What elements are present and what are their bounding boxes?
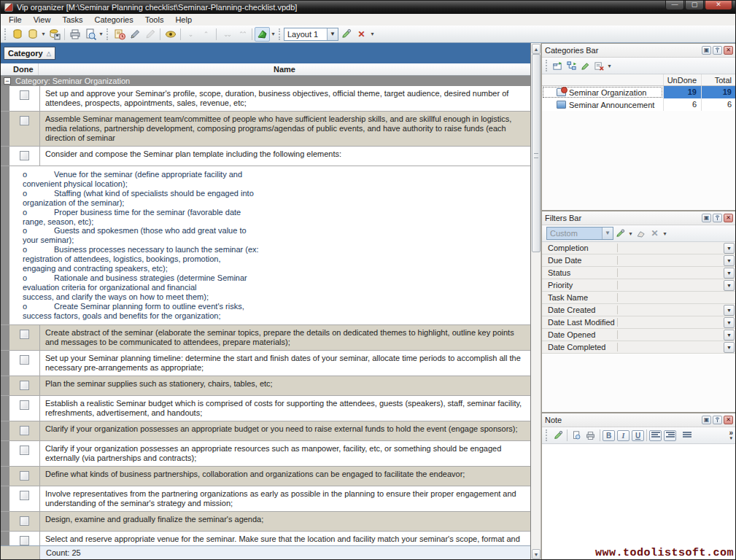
print-dropdown[interactable]: ▾: [98, 31, 104, 37]
italic-icon[interactable]: I: [617, 430, 630, 441]
task-checkbox[interactable]: [20, 116, 29, 125]
task-checkbox[interactable]: [20, 381, 29, 390]
task-name[interactable]: Select and reserve appropriate venue for…: [40, 532, 530, 546]
task-checkbox[interactable]: [20, 536, 29, 545]
task-row[interactable]: Assemble Seminar management team/committ…: [1, 112, 530, 147]
clear-filter-icon[interactable]: [634, 227, 648, 240]
task-row[interactable]: Design, examine and gradually finalize t…: [1, 512, 530, 532]
maximize-panel-icon[interactable]: ▣: [702, 46, 711, 55]
note-print-icon[interactable]: [584, 429, 597, 442]
filter-dropdown-icon[interactable]: ▼: [724, 330, 735, 341]
delete-category-icon[interactable]: [592, 59, 606, 72]
close-panel-icon[interactable]: ✕: [724, 46, 733, 55]
add-subcategory-icon[interactable]: [565, 59, 578, 72]
close-panel-icon[interactable]: ✕: [724, 416, 733, 424]
add-category-icon[interactable]: [551, 59, 565, 72]
note-preview-icon[interactable]: [570, 429, 584, 442]
filter-preset-selector[interactable]: Custom ▼: [546, 227, 613, 240]
print-preview-icon[interactable]: [82, 27, 98, 42]
task-row[interactable]: Plan the seminar supplies such as statio…: [1, 376, 530, 396]
task-checkbox[interactable]: [20, 90, 29, 100]
delete-layout-icon[interactable]: ✕: [354, 27, 369, 42]
scroll-up-icon[interactable]: ▲: [532, 44, 541, 54]
task-name[interactable]: Create abstract of the seminar (elaborat…: [40, 325, 530, 350]
move-down-icon[interactable]: ⌄: [183, 27, 198, 42]
task-row[interactable]: Set up your Seminar planning timeline: d…: [1, 351, 530, 376]
bullet-list-icon[interactable]: [681, 430, 693, 441]
filter-dropdown-icon[interactable]: ▼: [724, 280, 735, 291]
category-row[interactable]: Seminar Announcement 6 6: [542, 98, 736, 111]
move-top-icon[interactable]: ⌃⌃: [234, 27, 249, 42]
task-name[interactable]: Plan the seminar supplies such as statio…: [40, 376, 530, 395]
category-name[interactable]: Seminar Announcement: [569, 101, 654, 109]
pin-panel-icon[interactable]: [713, 46, 722, 55]
cancel-filter-icon[interactable]: ✕: [648, 227, 662, 240]
task-name[interactable]: Design, examine and gradually finalize t…: [40, 512, 530, 531]
filter-dropdown-icon[interactable]: ▼: [724, 317, 735, 328]
maximize-button[interactable]: ▢: [685, 1, 704, 10]
apply-filter-dropdown[interactable]: ▾: [627, 230, 634, 237]
filter-preset-arrow[interactable]: ▼: [602, 228, 613, 239]
task-name[interactable]: Set up your Seminar planning timeline: d…: [40, 351, 530, 376]
task-name[interactable]: Consider and compose the Seminar plan te…: [40, 147, 530, 166]
menu-item-tools[interactable]: Tools: [139, 15, 170, 25]
pin-panel-icon[interactable]: [713, 416, 722, 424]
category-row[interactable]: Seminar Organization 19 19: [542, 86, 736, 98]
edit-category-icon[interactable]: [578, 59, 592, 72]
open-database-dropdown[interactable]: ▾: [40, 31, 47, 37]
delete-task-icon[interactable]: [142, 27, 158, 42]
menu-item-view[interactable]: View: [28, 15, 57, 25]
filter-dropdown-icon[interactable]: ▼: [724, 342, 735, 353]
task-checkbox[interactable]: [20, 426, 29, 435]
filter-dropdown-icon[interactable]: ▼: [724, 243, 735, 254]
column-header-undone[interactable]: UnDone: [663, 74, 701, 85]
category-group-row[interactable]: − Category: Seminar Organization: [1, 76, 530, 86]
group-by-dropdown[interactable]: ▾: [270, 31, 276, 37]
maximize-panel-icon[interactable]: ▣: [702, 214, 711, 222]
bold-icon[interactable]: B: [603, 430, 615, 441]
edit-layout-icon[interactable]: [338, 27, 354, 42]
apply-filter-icon[interactable]: [613, 227, 627, 240]
new-database-icon[interactable]: [9, 27, 25, 42]
menu-item-categories[interactable]: Categories: [89, 15, 139, 25]
task-name[interactable]: Clarify if your organization possesses a…: [40, 421, 530, 440]
task-row[interactable]: Create abstract of the seminar (elaborat…: [1, 325, 530, 351]
task-row[interactable]: Clarify if your organization possesses a…: [1, 421, 530, 441]
task-checkbox[interactable]: [20, 355, 29, 365]
menu-item-file[interactable]: File: [3, 15, 28, 25]
collapse-group-icon[interactable]: −: [4, 77, 11, 85]
maximize-panel-icon[interactable]: ▣: [702, 416, 711, 424]
task-checkbox[interactable]: [20, 151, 29, 160]
group-by-category-icon[interactable]: [255, 27, 270, 42]
edit-task-icon[interactable]: [127, 27, 142, 42]
task-row[interactable]: Select and reserve appropriate venue for…: [1, 532, 530, 546]
toolbar-overflow-dropdown[interactable]: ▾: [369, 31, 376, 37]
scrollbar-thumb[interactable]: [532, 54, 541, 252]
task-row[interactable]: Consider and compose the Seminar plan te…: [1, 147, 530, 166]
move-bottom-icon[interactable]: ⌄⌄: [219, 27, 234, 42]
view-task-icon[interactable]: [163, 27, 178, 42]
task-name[interactable]: Define what kinds of business partnershi…: [40, 467, 530, 486]
minimize-button[interactable]: —: [665, 1, 684, 10]
print-icon[interactable]: [67, 27, 82, 42]
column-header-done[interactable]: Done: [1, 63, 39, 75]
pin-panel-icon[interactable]: [713, 214, 722, 222]
task-row[interactable]: Involve representatives from the partner…: [1, 486, 530, 512]
category-group-button[interactable]: Category △: [4, 47, 55, 60]
task-row[interactable]: Set up and approve your Seminar's profil…: [1, 86, 530, 112]
menu-item-tasks[interactable]: Tasks: [56, 15, 88, 25]
underline-icon[interactable]: U: [632, 430, 644, 441]
note-toolbar-overflow[interactable]: »▾: [729, 430, 733, 440]
task-checkbox[interactable]: [20, 330, 29, 339]
align-left-icon[interactable]: [649, 430, 662, 441]
task-name[interactable]: Set up and approve your Seminar's profil…: [40, 86, 530, 111]
task-name[interactable]: Involve representatives from the partner…: [40, 486, 530, 511]
task-checkbox[interactable]: [20, 446, 29, 455]
task-row[interactable]: Define what kinds of business partnershi…: [1, 467, 530, 486]
task-name[interactable]: Clarify if your organization possesses a…: [40, 441, 530, 466]
task-row[interactable]: Clarify if your organization possesses a…: [1, 441, 530, 467]
column-header-total[interactable]: Total: [701, 74, 736, 85]
align-right-icon[interactable]: [664, 430, 676, 441]
new-task-icon[interactable]: [112, 27, 127, 42]
task-checkbox[interactable]: [20, 471, 29, 481]
